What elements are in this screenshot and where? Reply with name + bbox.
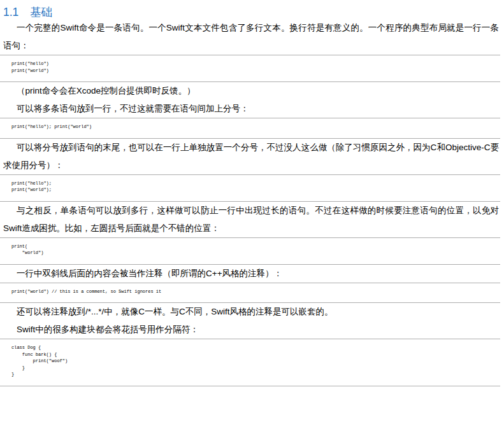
section-title: 基础	[30, 6, 52, 18]
section-heading: 1.1 基础	[3, 5, 504, 19]
code-block-print-wrapped: print( "world")	[0, 237, 500, 265]
paragraph-xcode-console-note: （print命令会在Xcode控制台提供即时反馈。）	[3, 82, 499, 100]
paragraph-curly-braces: Swift中的很多构建块都会将花括号用作分隔符：	[3, 321, 499, 339]
code-block-print-two-lines: print("hello") print("world")	[0, 55, 500, 82]
paragraph-statement-intro: 一个完整的Swift命令是一条语句。一个Swift文本文件包含了多行文本。换行符…	[3, 19, 499, 55]
code-block-semicolon-lines: print("hello"); print("world");	[0, 174, 500, 202]
code-block-class-dog: class Dog { func bark() { print("woof") …	[0, 339, 500, 386]
paragraph-semicolon-one-line: 可以将多条语句放到一行，不过这就需要在语句间加上分号：	[3, 100, 499, 118]
paragraph-multiline-statement: 与之相反，单条语句可以放到多行，这样做可以防止一行中出现过长的语句。不过在这样做…	[3, 202, 499, 237]
paragraph-semicolon-end: 可以将分号放到语句的末尾，也可以在一行上单独放置一个分号，不过没人这么做（除了习…	[3, 139, 499, 174]
code-block-semicolon-inline: print("hello"); print("world")	[0, 118, 500, 139]
code-block-comment-example: print("world") // this is a comment, so …	[0, 283, 500, 304]
paragraph-block-comment: 还可以将注释放到/*...*/中，就像C一样。与C不同，Swift风格的注释是可…	[3, 303, 499, 321]
section-number: 1.1	[3, 6, 18, 18]
paragraph-double-slash-comment: 一行中双斜线后面的内容会被当作注释（即所谓的C++风格的注释）：	[3, 265, 499, 283]
document-page: 1.1 基础 一个完整的Swift命令是一条语句。一个Swift文本文件包含了多…	[0, 5, 504, 429]
